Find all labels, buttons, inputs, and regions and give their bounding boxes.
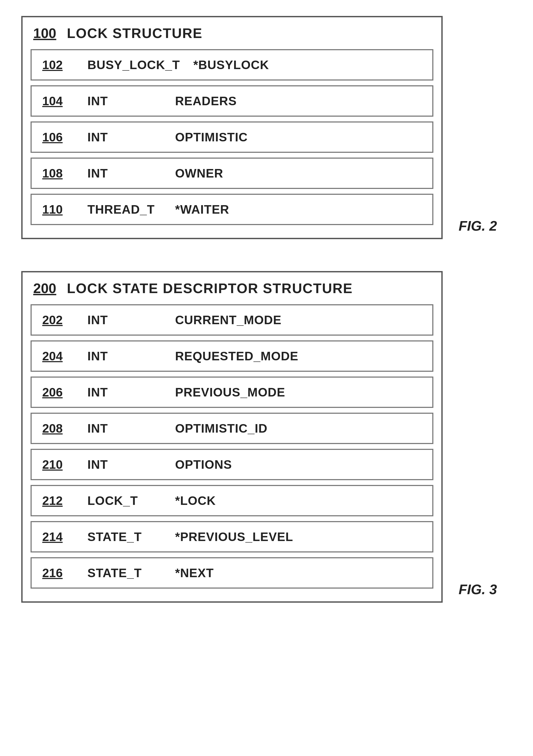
field-name: REQUESTED_MODE bbox=[175, 349, 298, 363]
field-row: 208INTOPTIMISTIC_ID bbox=[31, 413, 433, 444]
structure-box-fig3: 200LOCK STATE DESCRIPTOR STRUCTURE202INT… bbox=[21, 271, 443, 603]
field-type: INT bbox=[88, 130, 162, 144]
field-row: 206INTPREVIOUS_MODE bbox=[31, 377, 433, 408]
structure-title-row: 200LOCK STATE DESCRIPTOR STRUCTURE bbox=[31, 280, 433, 296]
field-number: 214 bbox=[42, 529, 74, 544]
figure-wrapper-fig3: 200LOCK STATE DESCRIPTOR STRUCTURE202INT… bbox=[21, 271, 512, 603]
field-row: 106INTOPTIMISTIC bbox=[31, 122, 433, 153]
field-row: 214STATE_T*PREVIOUS_LEVEL bbox=[31, 521, 433, 553]
structure-title-row: 100LOCK STRUCTURE bbox=[31, 25, 433, 41]
field-number: 212 bbox=[42, 494, 74, 508]
field-type: INT bbox=[88, 457, 162, 472]
field-type: INT bbox=[88, 385, 162, 399]
field-type: INT bbox=[88, 313, 162, 327]
field-type: STATE_T bbox=[88, 566, 162, 580]
field-name: READERS bbox=[175, 94, 237, 108]
field-name: *PREVIOUS_LEVEL bbox=[175, 529, 293, 544]
field-name: OPTIMISTIC bbox=[175, 130, 248, 144]
field-row: 202INTCURRENT_MODE bbox=[31, 304, 433, 336]
field-type: INT bbox=[88, 421, 162, 436]
field-name: CURRENT_MODE bbox=[175, 313, 281, 327]
structure-box-fig2: 100LOCK STRUCTURE102BUSY_LOCK_T*BUSYLOCK… bbox=[21, 16, 443, 239]
field-number: 108 bbox=[42, 166, 74, 180]
field-type: STATE_T bbox=[88, 529, 162, 544]
field-type: INT bbox=[88, 94, 162, 108]
field-name: PREVIOUS_MODE bbox=[175, 385, 285, 399]
field-number: 104 bbox=[42, 94, 74, 108]
field-type: LOCK_T bbox=[88, 494, 162, 508]
field-type: INT bbox=[88, 349, 162, 363]
structure-title-text: LOCK STATE DESCRIPTOR STRUCTURE bbox=[67, 280, 353, 296]
field-name: *NEXT bbox=[175, 566, 214, 580]
field-row: 216STATE_T*NEXT bbox=[31, 557, 433, 589]
field-row: 212LOCK_T*LOCK bbox=[31, 485, 433, 516]
structure-title-text: LOCK STRUCTURE bbox=[67, 25, 202, 41]
page-container: 100LOCK STRUCTURE102BUSY_LOCK_T*BUSYLOCK… bbox=[21, 16, 512, 603]
field-type: INT bbox=[88, 166, 162, 180]
fig-label-fig3: FIG. 3 bbox=[459, 581, 512, 603]
field-number: 202 bbox=[42, 313, 74, 327]
field-row: 104INTREADERS bbox=[31, 85, 433, 117]
field-type: BUSY_LOCK_T bbox=[88, 58, 180, 72]
field-row: 204INTREQUESTED_MODE bbox=[31, 340, 433, 372]
field-number: 204 bbox=[42, 349, 74, 363]
field-name: *BUSYLOCK bbox=[193, 58, 269, 72]
field-number: 210 bbox=[42, 457, 74, 472]
field-name: *WAITER bbox=[175, 202, 229, 217]
field-type: THREAD_T bbox=[88, 202, 162, 217]
field-number: 102 bbox=[42, 58, 74, 72]
field-number: 216 bbox=[42, 566, 74, 580]
field-name: OPTIMISTIC_ID bbox=[175, 421, 268, 436]
fig-label-fig2: FIG. 2 bbox=[459, 218, 512, 239]
field-name: OPTIONS bbox=[175, 457, 232, 472]
structure-title-number: 200 bbox=[33, 280, 56, 296]
field-row: 108INTOWNER bbox=[31, 158, 433, 189]
field-number: 110 bbox=[42, 202, 74, 217]
field-row: 102BUSY_LOCK_T*BUSYLOCK bbox=[31, 49, 433, 81]
field-number: 106 bbox=[42, 130, 74, 144]
figure-wrapper-fig2: 100LOCK STRUCTURE102BUSY_LOCK_T*BUSYLOCK… bbox=[21, 16, 512, 239]
field-name: *LOCK bbox=[175, 494, 216, 508]
field-row: 110THREAD_T*WAITER bbox=[31, 194, 433, 225]
field-number: 208 bbox=[42, 421, 74, 436]
field-name: OWNER bbox=[175, 166, 223, 180]
structure-title-number: 100 bbox=[33, 25, 56, 41]
field-row: 210INTOPTIONS bbox=[31, 449, 433, 480]
field-number: 206 bbox=[42, 385, 74, 399]
